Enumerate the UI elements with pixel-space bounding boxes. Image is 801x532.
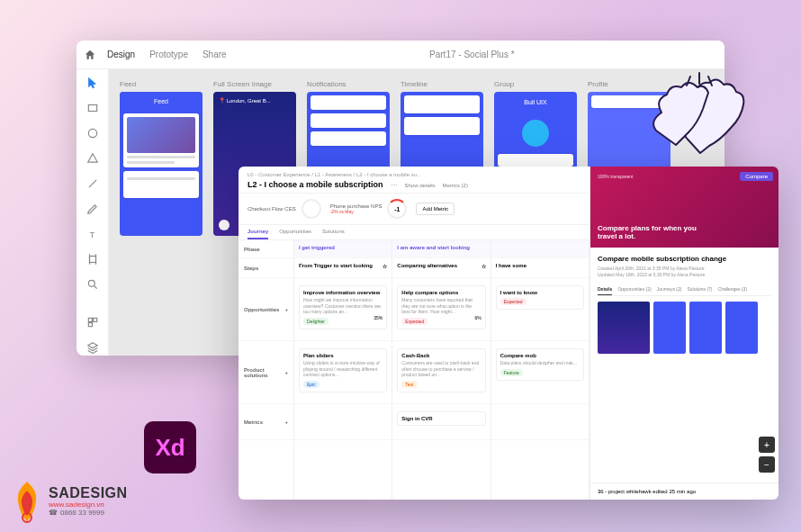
side-tab-opps[interactable]: Opportunities (2) [617, 284, 651, 295]
breadcrumb[interactable]: L0 - Customer Experience / L1 - Awarenes… [248, 172, 580, 177]
phone-icon: ☎ [49, 509, 58, 518]
more-icon[interactable]: ⋯ [391, 181, 398, 189]
artboard-label[interactable]: Feed [120, 80, 202, 88]
row-opps-label: Opportunities + [238, 278, 293, 341]
page-title: L2 - I choose a mobile subscription [248, 180, 383, 189]
ellipse-tool-icon[interactable] [86, 127, 100, 140]
step-title[interactable]: I have some [496, 263, 584, 268]
side-tab-challenges[interactable]: Challenges (3) [718, 284, 748, 295]
row-steps-label: Steps [238, 258, 293, 278]
svg-line-8 [94, 286, 96, 289]
step-title[interactable]: From Trigger to start looking☆ [299, 263, 387, 269]
star-icon[interactable]: ☆ [482, 263, 486, 269]
add-metric-button[interactable]: Add Metric [416, 203, 454, 215]
xd-mode-tabs: Design Prototype Share [107, 50, 227, 59]
row-solutions-label: Product solutions + [238, 341, 293, 404]
artboard-feed[interactable]: Feed [120, 92, 202, 236]
opportunity-card[interactable]: I want to know Expected [496, 285, 584, 310]
solution-card[interactable]: Compare mob Data plans should decipher a… [496, 348, 584, 381]
metrics-count[interactable]: Metrics (2) [443, 183, 468, 188]
flame-icon [11, 480, 43, 523]
svg-rect-11 [88, 323, 92, 327]
nav-opportunities[interactable]: Opportunities [279, 229, 311, 239]
row-phase-label: Phase [238, 240, 293, 258]
thumb-group[interactable] [725, 302, 758, 354]
svg-point-1 [88, 129, 96, 137]
journey-window: — □ ✕ L0 - Customer Experience / L1 - Aw… [238, 167, 778, 500]
zoom-in-button[interactable]: + [759, 437, 775, 453]
metric-ces-label: Checkout Flow CES [248, 206, 296, 212]
created-meta: Created April 20th, 2021 at 3:35 PM by A… [598, 266, 771, 272]
thumbnail-strip [598, 302, 771, 354]
xd-toolbar: T [76, 69, 109, 356]
activity-footer[interactable]: 36 - project whitehawk edited 25 min ago [590, 482, 778, 500]
row-metrics-label: Metrics + [238, 404, 293, 440]
tag-feature: Feature [500, 369, 523, 376]
tab-design[interactable]: Design [107, 50, 135, 59]
svg-rect-9 [88, 318, 92, 321]
svg-rect-4 [89, 257, 95, 263]
opportunity-card[interactable]: Improve information overview How might w… [299, 285, 387, 329]
side-tab-solutions[interactable]: Solutions (7) [687, 284, 712, 295]
tag-delighter: Delighter [303, 318, 328, 325]
phase-cell[interactable]: I get triggered [294, 240, 392, 258]
solution-card[interactable]: Cash-Back Consumers are used to cash-bac… [397, 348, 485, 392]
side-tab-details[interactable]: Details [598, 284, 612, 295]
document-title: Part17 - Social Plus * [227, 50, 717, 59]
nps-gauge[interactable]: -1 [387, 199, 407, 219]
xd-titlebar: Design Prototype Share Part17 - Social P… [76, 41, 724, 69]
side-title: Compare mobile subscription change [598, 255, 771, 263]
artboard-label[interactable]: Timeline [400, 80, 483, 88]
artboard-label[interactable]: Full Screen Image [213, 80, 296, 88]
svg-text:T: T [89, 230, 94, 239]
solution-card[interactable]: Plan sliders Using sliders is a more int… [299, 348, 387, 392]
thumb-fullscreen[interactable] [598, 302, 650, 354]
journey-nav: Journey Opportunities Solutions [238, 225, 590, 240]
zoom-out-button[interactable]: − [759, 456, 775, 473]
zoom-tool-icon[interactable] [86, 278, 100, 291]
rectangle-tool-icon[interactable] [86, 102, 100, 114]
artboard-label[interactable]: Group [494, 80, 577, 88]
tab-share[interactable]: Share [202, 50, 227, 59]
home-icon[interactable] [84, 49, 96, 61]
line-tool-icon[interactable] [86, 177, 100, 190]
phase-cell[interactable]: I am aware and start looking [392, 240, 490, 258]
sadesign-brand: SADESIGN www.sadesign.vn ☎0868 33 9999 [11, 480, 128, 523]
polygon-tool-icon[interactable] [86, 152, 100, 165]
hero-image: Compare 100% transparent Compare plans f… [590, 167, 778, 248]
updated-meta: Updated May 18th, 2023 at 5:30 PM by Ale… [598, 272, 771, 278]
svg-rect-0 [88, 105, 96, 112]
assets-icon[interactable] [86, 316, 100, 329]
tab-prototype[interactable]: Prototype [149, 50, 188, 59]
metric-card[interactable]: Sign in CVR [397, 411, 485, 426]
nav-journey[interactable]: Journey [248, 229, 268, 239]
opportunity-card[interactable]: Help compare options Many customers have… [397, 285, 485, 329]
brand-phone: ☎0868 33 9999 [49, 509, 128, 518]
show-details-toggle[interactable]: Show details [405, 183, 436, 188]
brand-name: SADESIGN [49, 485, 128, 501]
thumb-timeline[interactable] [689, 302, 722, 354]
detail-panel: Compare 100% transparent Compare plans f… [590, 167, 778, 500]
xd-logo: Xd [144, 421, 196, 473]
select-tool-icon[interactable] [86, 77, 100, 89]
svg-line-2 [88, 180, 95, 187]
thumb-notifications[interactable] [653, 302, 686, 354]
step-title[interactable]: Comparing alternatives☆ [397, 263, 485, 269]
side-tab-journeys[interactable]: Journeys (2) [657, 284, 682, 295]
metric-nps-delta: -2% vs May [330, 209, 382, 214]
nav-solutions[interactable]: Solutions [322, 229, 345, 239]
tag-expected: Expected [500, 298, 526, 305]
text-tool-icon[interactable]: T [86, 228, 100, 240]
star-icon[interactable]: ☆ [382, 263, 387, 269]
artboard-tool-icon[interactable] [86, 253, 100, 266]
layers-icon[interactable] [86, 341, 100, 354]
svg-rect-10 [93, 318, 96, 321]
phase-cell[interactable] [491, 240, 589, 258]
tag-epic: Epic [303, 381, 320, 388]
tag-expected: Expected [401, 318, 428, 325]
artboard-label[interactable]: Notifications [307, 80, 390, 88]
svg-point-7 [88, 280, 94, 286]
hands-illustration [634, 68, 760, 176]
ces-gauge[interactable] [302, 199, 321, 219]
pen-tool-icon[interactable] [86, 203, 100, 215]
